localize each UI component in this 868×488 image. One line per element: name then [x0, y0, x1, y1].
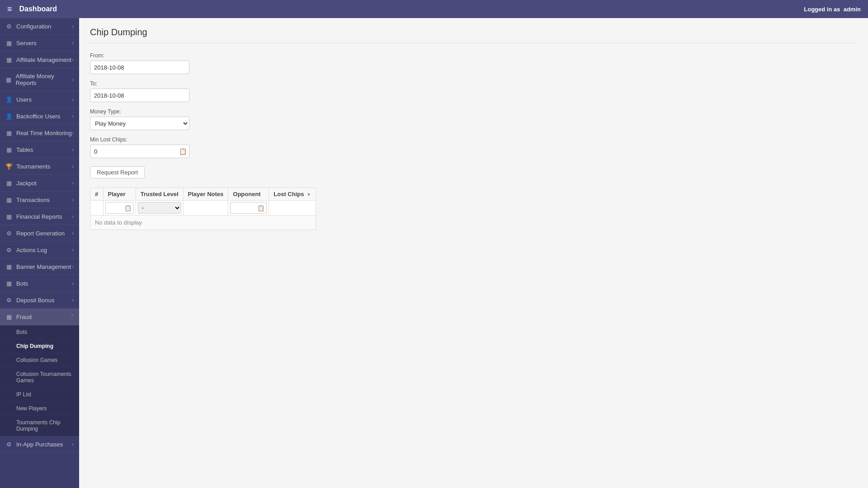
- sidebar-item-financial-reports[interactable]: ▦ Financial Reports ›: [0, 208, 79, 225]
- sidebar-label-tournaments: Tournaments: [16, 163, 50, 170]
- fraud-icon: ▦: [5, 313, 13, 320]
- financial-icon: ▦: [5, 213, 13, 220]
- bots-icon: ▦: [5, 280, 13, 287]
- chevron-right-icon: ›: [72, 97, 74, 102]
- sidebar-item-bots[interactable]: ▦ Bots ›: [0, 275, 79, 292]
- sidebar-label-deposit-bonus: Deposit Bonus: [16, 297, 55, 304]
- jackpot-icon: ▦: [5, 179, 13, 187]
- chevron-right-icon: ›: [72, 113, 74, 119]
- chevron-right-icon: ›: [72, 281, 74, 286]
- sidebar-item-affiliate-money-reports[interactable]: ▦ Affiliate Money Reports ›: [0, 68, 79, 91]
- chevron-right-icon: ›: [72, 23, 74, 29]
- report-gen-icon: ⚙: [5, 230, 13, 237]
- col-header-lost-chips[interactable]: Lost Chips ▼: [269, 188, 316, 201]
- player-filter-input[interactable]: [108, 205, 123, 211]
- submenu-item-chip-dumping[interactable]: Chip Dumping: [0, 339, 79, 353]
- trophy-icon: 🏆: [5, 163, 13, 170]
- page-title: Chip Dumping: [90, 27, 857, 38]
- sidebar-label-banner-management: Banner Management: [16, 263, 71, 270]
- chevron-right-icon: ›: [72, 164, 74, 169]
- table-filter-row: 📋 - All Trusted Not Trusted: [90, 201, 316, 216]
- opponent-filter-icon[interactable]: 📋: [257, 205, 264, 211]
- sidebar-item-fraud[interactable]: ▦ Fraud ˅: [0, 309, 79, 325]
- sidebar-item-tournaments[interactable]: 🏆 Tournaments ›: [0, 158, 79, 175]
- sidebar-item-report-generation[interactable]: ⚙ Report Generation ›: [0, 225, 79, 242]
- sidebar-item-tables[interactable]: ▦ Tables ›: [0, 141, 79, 158]
- sidebar-item-real-time-monitoring[interactable]: ▦ Real Time Monitoring ›: [0, 125, 79, 141]
- submenu-item-ip-list[interactable]: IP List: [0, 388, 79, 402]
- submenu-item-bots[interactable]: Bots: [0, 325, 79, 339]
- to-field-group: To:: [90, 80, 857, 102]
- submenu-item-collusion-games[interactable]: Collusion Games: [0, 353, 79, 367]
- chevron-right-icon: ›: [72, 130, 74, 136]
- sidebar-label-actions-log: Actions Log: [16, 247, 47, 253]
- logged-in-label: Logged in as: [804, 6, 840, 13]
- affiliate-icon: ▦: [5, 56, 13, 63]
- server-icon: ▦: [5, 39, 13, 47]
- sidebar-item-deposit-bonus[interactable]: ⚙ Deposit Bonus ›: [0, 292, 79, 309]
- calendar-icon[interactable]: 📋: [179, 148, 187, 155]
- layout: ⚙ Configuration › ▦ Servers › ▦ Affiliat…: [0, 18, 868, 488]
- sidebar-item-actions-log[interactable]: ⚙ Actions Log ›: [0, 242, 79, 258]
- filter-opponent: 📋: [228, 201, 269, 216]
- chevron-right-icon: ›: [72, 214, 74, 219]
- menu-icon[interactable]: ≡: [7, 5, 12, 14]
- gear-icon: ⚙: [5, 23, 13, 30]
- chevron-right-icon: ›: [72, 147, 74, 152]
- money-type-group: Money Type: Play Money Real Money: [90, 108, 857, 130]
- from-input[interactable]: [90, 61, 189, 74]
- opponent-filter-input[interactable]: [232, 205, 256, 211]
- sidebar-item-banner-management[interactable]: ▦ Banner Management ›: [0, 258, 79, 275]
- sidebar-item-affiliate-management[interactable]: ▦ Affiliate Management ›: [0, 52, 79, 68]
- submenu-item-tournaments-chip-dumping[interactable]: Tournaments Chip Dumping: [0, 416, 79, 436]
- trusted-level-filter-select[interactable]: - All Trusted Not Trusted: [138, 202, 181, 214]
- sidebar-label-tables: Tables: [16, 146, 33, 153]
- col-header-trusted-level: Trusted Level: [136, 188, 183, 201]
- in-app-icon: ⚙: [5, 441, 13, 448]
- backoffice-icon: 👤: [5, 113, 13, 120]
- submenu-item-collusion-tournaments-games[interactable]: Collusion Tournaments Games: [0, 367, 79, 388]
- sidebar-label-backoffice-users: Backoffice Users: [16, 113, 60, 120]
- fraud-submenu: Bots Chip Dumping Collusion Games Collus…: [0, 325, 79, 436]
- sidebar-label-fraud: Fraud: [16, 314, 32, 320]
- chevron-right-icon: ›: [72, 441, 74, 447]
- player-filter-icon[interactable]: 📋: [124, 205, 132, 211]
- col-header-hash: #: [90, 188, 104, 201]
- sidebar-item-backoffice-users[interactable]: 👤 Backoffice Users ›: [0, 108, 79, 125]
- money-type-select[interactable]: Play Money Real Money: [90, 117, 189, 130]
- chevron-right-icon: ›: [72, 180, 74, 186]
- topbar: ≡ Dashboard Logged in as admin: [0, 0, 868, 18]
- player-filter-wrapper: 📋: [105, 202, 134, 214]
- sidebar-label-affiliate-management: Affiliate Management: [16, 56, 71, 63]
- sidebar-item-jackpot[interactable]: ▦ Jackpot ›: [0, 175, 79, 192]
- chevron-right-icon: ›: [72, 264, 74, 269]
- chevron-right-icon: ›: [72, 40, 74, 46]
- deposit-icon: ⚙: [5, 296, 13, 304]
- submenu-item-new-players[interactable]: New Players: [0, 402, 79, 416]
- topbar-left: ≡ Dashboard: [7, 5, 57, 14]
- sidebar-item-servers[interactable]: ▦ Servers ›: [0, 35, 79, 52]
- chevron-right-icon: ›: [72, 297, 74, 303]
- from-label: From:: [90, 52, 857, 59]
- sidebar-item-users[interactable]: 👤 Users ›: [0, 91, 79, 108]
- sidebar-item-configuration[interactable]: ⚙ Configuration ›: [0, 18, 79, 35]
- to-input[interactable]: [90, 89, 189, 102]
- divider: [90, 43, 857, 43]
- no-data-row: No data to display: [90, 216, 316, 230]
- main-content: Chip Dumping From: To: Money Type: Play …: [79, 18, 868, 488]
- sidebar-item-in-app-purchases[interactable]: ⚙ In-App Purchases ›: [0, 436, 79, 453]
- col-header-opponent: Opponent: [228, 188, 269, 201]
- min-lost-chips-label: Min Lost Chips:: [90, 136, 857, 143]
- min-lost-chips-group: Min Lost Chips: 📋: [90, 136, 857, 158]
- col-header-player-notes: Player Notes: [183, 188, 228, 201]
- table-header-row: # Player Trusted Level Player Notes Oppo: [90, 188, 316, 201]
- request-report-button[interactable]: Request Report: [90, 166, 145, 178]
- min-lost-chips-input[interactable]: [90, 145, 189, 158]
- actions-log-icon: ⚙: [5, 246, 13, 253]
- filter-trusted-level: - All Trusted Not Trusted: [136, 201, 183, 216]
- report-icon: ▦: [5, 76, 12, 83]
- sidebar-label-financial-reports: Financial Reports: [16, 213, 62, 220]
- banner-icon: ▦: [5, 263, 13, 270]
- table-container: # Player Trusted Level Player Notes Oppo: [90, 188, 857, 230]
- sidebar-item-transactions[interactable]: ▦ Transactions ›: [0, 192, 79, 208]
